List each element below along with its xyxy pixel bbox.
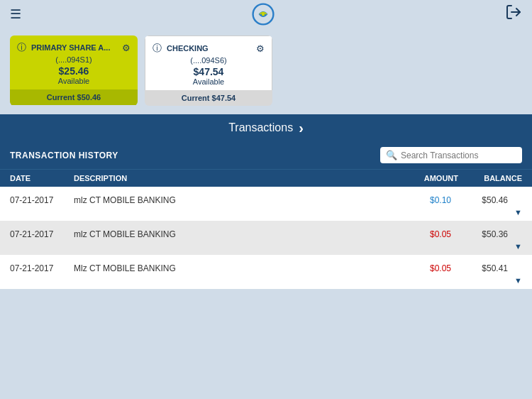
settings-icon-checking[interactable]: ⚙ <box>256 43 265 54</box>
checking-available-label: Available <box>153 77 265 86</box>
search-box[interactable]: 🔍 <box>380 147 522 163</box>
row-date-0: 07-21-2017 <box>10 195 74 205</box>
col-header-amount: AMOUNT <box>394 174 458 182</box>
history-title: TRANSACTION HISTORY <box>10 151 118 160</box>
primary-share-card[interactable]: ⓘ PRIMARY SHARE A... ⚙ (....094S1) $25.4… <box>10 35 138 106</box>
row-balance-2: $50.41 <box>451 263 508 273</box>
app-logo <box>252 3 275 26</box>
settings-icon-primary[interactable]: ⚙ <box>122 43 131 53</box>
table-row[interactable]: 07-21-2017 mlz CT MOBILE BANKING $0.05 $… <box>0 221 532 255</box>
history-top-bar: TRANSACTION HISTORY 🔍 <box>0 141 532 169</box>
transactions-nav-chevron: › <box>299 120 304 136</box>
logout-icon[interactable] <box>505 4 522 25</box>
row-amount-1: $0.05 <box>387 229 451 239</box>
row-description-1: mlz CT MOBILE BANKING <box>74 229 387 239</box>
checking-card[interactable]: ⓘ CHECKING ⚙ (....094S6) $47.54 Availabl… <box>145 35 272 106</box>
hamburger-menu-icon[interactable]: ☰ <box>10 6 21 22</box>
transactions-nav-button[interactable]: Transactions › <box>0 114 532 141</box>
accounts-area: ⓘ PRIMARY SHARE A... ⚙ (....094S1) $25.4… <box>0 28 532 114</box>
row-balance-1: $50.36 <box>451 229 508 239</box>
row-date-1: 07-21-2017 <box>10 229 74 239</box>
search-icon: 🔍 <box>386 150 397 160</box>
row-amount-2: $0.05 <box>387 263 451 273</box>
search-input[interactable] <box>401 151 516 160</box>
primary-card-title: PRIMARY SHARE A... <box>31 43 110 52</box>
info-icon-primary: ⓘ <box>17 41 26 54</box>
checking-current: Current $47.54 <box>145 90 272 106</box>
row-expand-icon-0[interactable]: ▼ <box>514 208 522 217</box>
col-header-balance: BALANCE <box>458 174 522 182</box>
svg-point-1 <box>262 13 265 16</box>
primary-available-label: Available <box>17 77 131 85</box>
col-header-description: DESCRIPTION <box>74 174 394 182</box>
top-nav-bar: ☰ <box>0 0 532 28</box>
primary-account-number: (....094S1) <box>17 55 131 64</box>
table-row[interactable]: 07-21-2017 Mlz CT MOBILE BANKING $0.05 $… <box>0 255 532 289</box>
checking-account-number: (....094S6) <box>153 56 265 65</box>
history-section: TRANSACTION HISTORY 🔍 DATE DESCRIPTION A… <box>0 141 532 187</box>
row-balance-0: $50.46 <box>451 195 508 205</box>
checking-card-top: ⓘ CHECKING ⚙ (....094S6) $47.54 Availabl… <box>145 35 272 90</box>
row-expand-icon-1[interactable]: ▼ <box>514 242 522 251</box>
row-date-2: 07-21-2017 <box>10 263 74 273</box>
col-header-date: DATE <box>10 174 74 182</box>
row-description-0: mlz CT MOBILE BANKING <box>74 195 387 205</box>
primary-balance: $25.46 <box>17 65 131 77</box>
table-row[interactable]: 07-21-2017 mlz CT MOBILE BANKING $0.10 $… <box>0 187 532 221</box>
info-icon-checking: ⓘ <box>153 42 162 55</box>
transactions-list: 07-21-2017 mlz CT MOBILE BANKING $0.10 $… <box>0 187 532 289</box>
checking-card-title: CHECKING <box>167 44 209 53</box>
transactions-nav-label: Transactions <box>228 121 293 134</box>
row-expand-icon-2[interactable]: ▼ <box>514 276 522 285</box>
table-header: DATE DESCRIPTION AMOUNT BALANCE <box>0 169 532 187</box>
primary-current: Current $50.46 <box>10 89 138 105</box>
row-amount-0: $0.10 <box>387 195 451 205</box>
row-description-2: Mlz CT MOBILE BANKING <box>74 263 387 273</box>
checking-balance: $47.54 <box>153 66 265 77</box>
primary-card-top: ⓘ PRIMARY SHARE A... ⚙ (....094S1) $25.4… <box>10 35 138 89</box>
